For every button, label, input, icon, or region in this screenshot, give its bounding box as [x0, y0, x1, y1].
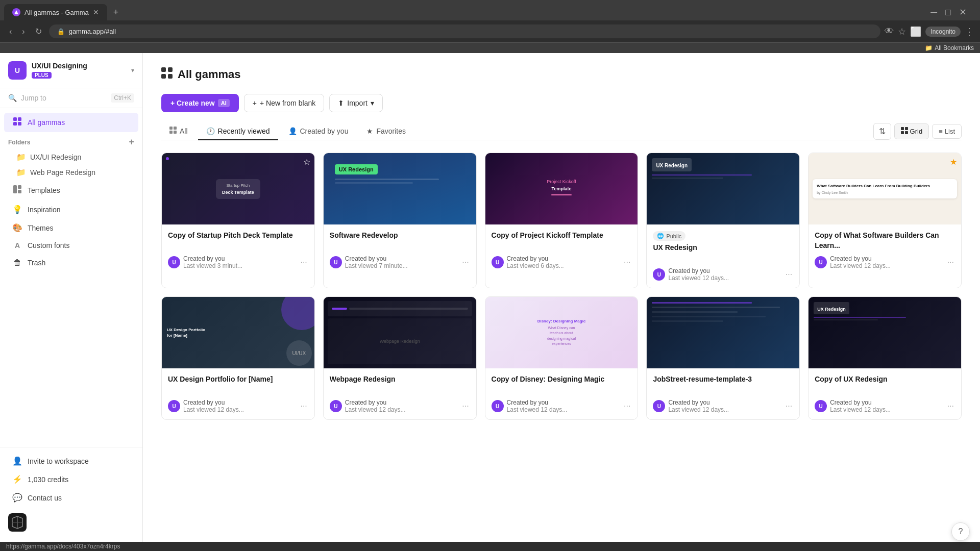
- card-meta-5: U Created by you Last viewed 12 days... …: [815, 255, 955, 269]
- card-software-builders[interactable]: What Software Builders Can Learn From Bu…: [808, 153, 962, 288]
- bookmark-icon[interactable]: ☆: [303, 157, 310, 167]
- create-new-button[interactable]: + Create new AI: [161, 94, 239, 112]
- card-avatar-6: U: [168, 400, 180, 412]
- card-info-2: Created by you Last viewed 7 minute...: [345, 255, 458, 269]
- star-icon[interactable]: ☆: [898, 26, 906, 37]
- list-view-button[interactable]: ≡ List: [932, 124, 962, 139]
- card-software-redevelop[interactable]: UX Redesign Software Redevelop U Created…: [323, 153, 477, 288]
- card-ux-portfolio[interactable]: UX Design Portfoliofor [Name] UI/UX UX D…: [161, 296, 315, 420]
- card-body-2: Software Redevelop U Created by you Last…: [324, 224, 476, 276]
- sidebar-item-invite[interactable]: 👤 Invite to workspace: [4, 452, 138, 470]
- card-more-button-5[interactable]: ···: [946, 257, 955, 268]
- sidebar-item-contact[interactable]: 💬 Contact us: [4, 489, 138, 507]
- filter-tab-recently-viewed[interactable]: 🕐 Recently viewed: [198, 123, 278, 140]
- sidebar-item-templates[interactable]: Templates: [4, 181, 138, 200]
- card-time-2: Last viewed 7 minute...: [345, 262, 458, 269]
- card-webpage-redesign[interactable]: Webpage Redesign Webpage Redesign U Crea…: [323, 296, 477, 420]
- card-disney[interactable]: Disney: Designing Magic What Disney cant…: [485, 296, 639, 420]
- add-folder-button[interactable]: +: [129, 137, 134, 147]
- active-tab[interactable]: All gammas - Gamma ✕: [4, 4, 107, 20]
- card-more-button-8[interactable]: ···: [623, 400, 631, 412]
- card-more-button-9[interactable]: ···: [785, 400, 793, 412]
- page-icon: [161, 67, 173, 82]
- workspace-header[interactable]: U UX/UI Designing PLUS ▾: [0, 53, 142, 88]
- browser-nav-bar: ‹ › ↻ 🔒 gamma.app/#all 👁 ☆ ⬜ Incognito ⋮: [0, 20, 980, 42]
- list-icon: ≡: [939, 128, 943, 135]
- credits-label: 1,030 credits: [28, 475, 68, 484]
- card-time-9: Last viewed 12 days...: [668, 406, 781, 413]
- card-meta-10: U Created by you Last viewed 12 days... …: [815, 399, 955, 413]
- card-more-button-2[interactable]: ···: [461, 257, 470, 268]
- workspace-plan-badge: PLUS: [32, 72, 52, 79]
- minimize-button[interactable]: ─: [927, 7, 940, 18]
- forward-button[interactable]: ›: [19, 25, 28, 38]
- card-info-8: Created by you Last viewed 12 days...: [507, 399, 620, 413]
- sidebar-item-credits[interactable]: ⚡ 1,030 credits: [4, 470, 138, 488]
- sort-button[interactable]: ⇅: [873, 123, 891, 140]
- grid-view-button[interactable]: Grid: [894, 123, 929, 139]
- sidebar: U UX/UI Designing PLUS ▾ 🔍 Jump to Ctrl+…: [0, 53, 143, 542]
- card-title: Copy of Startup Pitch Deck Template: [168, 231, 308, 251]
- help-button[interactable]: ?: [951, 522, 970, 541]
- workspace-info: UX/UI Designing PLUS: [32, 62, 126, 79]
- url-text: gamma.app/#all: [69, 28, 116, 35]
- close-button[interactable]: ✕: [956, 7, 970, 18]
- svg-rect-9: [161, 67, 166, 72]
- new-tab-button[interactable]: +: [109, 5, 123, 20]
- filter-tab-all[interactable]: All: [161, 122, 196, 140]
- sidebar-item-web-page-redesign[interactable]: 📁 Web Page Redesign: [0, 165, 142, 180]
- tab-favicon: [12, 8, 20, 16]
- cards-grid: Startup Pitch Deck Template ☆ Copy of St…: [161, 153, 962, 420]
- card-creator-9: Created by you: [668, 399, 781, 406]
- inspiration-label: Inspiration: [28, 206, 61, 214]
- card-time-10: Last viewed 12 days...: [830, 406, 943, 413]
- bookmark-icon-5[interactable]: ★: [950, 157, 957, 167]
- sidebar-item-inspiration[interactable]: 💡 Inspiration: [4, 201, 138, 218]
- card-more-button-6[interactable]: ···: [299, 400, 308, 412]
- import-button[interactable]: ⬆ Import ▾: [329, 94, 383, 112]
- card-title-10: Copy of UX Redesign: [815, 374, 955, 395]
- card-time-6: Last viewed 12 days...: [183, 406, 296, 413]
- inspiration-icon: 💡: [12, 205, 22, 214]
- card-meta-4: U Created by you Last viewed 12 days... …: [653, 267, 793, 282]
- sidebar-item-trash[interactable]: 🗑 Trash: [4, 254, 138, 271]
- sidebar-item-ux-ui-redesign[interactable]: 📁 UX/UI Redesign: [0, 149, 142, 165]
- maximize-button[interactable]: □: [942, 7, 954, 18]
- credits-icon: ⚡: [12, 474, 22, 484]
- trash-label: Trash: [28, 259, 45, 267]
- device-icon[interactable]: ⬜: [910, 26, 921, 37]
- eye-slash-icon[interactable]: 👁: [885, 26, 894, 37]
- new-from-blank-button[interactable]: + + New from blank: [244, 94, 325, 112]
- svg-rect-6: [18, 185, 21, 189]
- card-more-button-4[interactable]: ···: [785, 269, 793, 280]
- card-thumbnail-8: Disney: Designing Magic What Disney cant…: [485, 297, 638, 368]
- filter-tab-favorites[interactable]: ★ Favorites: [358, 123, 414, 140]
- card-creator-7: Created by you: [345, 399, 458, 406]
- card-time-8: Last viewed 12 days...: [507, 406, 620, 413]
- card-meta-9: U Created by you Last viewed 12 days... …: [653, 399, 793, 413]
- reload-button[interactable]: ↻: [32, 24, 45, 38]
- card-ux-redesign[interactable]: UX Redesign 🌐 Public UX Redesign U: [646, 153, 800, 288]
- sidebar-item-custom-fonts[interactable]: A Custom fonts: [4, 237, 138, 254]
- card-body-3: Copy of Project Kickoff Template U Creat…: [485, 224, 638, 276]
- card-more-button-3[interactable]: ···: [623, 257, 631, 268]
- card-meta-6: U Created by you Last viewed 12 days... …: [168, 399, 308, 413]
- menu-icon[interactable]: ⋮: [965, 26, 974, 37]
- card-more-button[interactable]: ···: [299, 257, 308, 268]
- tab-close-button[interactable]: ✕: [93, 8, 99, 16]
- card-project-kickoff[interactable]: Project Kickoff Template Copy of Project…: [485, 153, 639, 288]
- card-more-button-7[interactable]: ···: [461, 400, 470, 412]
- search-bar[interactable]: 🔍 Jump to Ctrl+K: [0, 88, 142, 108]
- card-copy-ux-redesign[interactable]: UX Redesign Copy of UX Redesign U Create…: [808, 296, 962, 420]
- card-startup-pitch[interactable]: Startup Pitch Deck Template ☆ Copy of St…: [161, 153, 315, 288]
- card-jobstreet[interactable]: JobStreet-resume-template-3 U Created by…: [646, 296, 800, 420]
- gamma-logo: [8, 513, 27, 532]
- filter-tab-created-by-you[interactable]: 👤 Created by you: [280, 123, 357, 140]
- sidebar-item-themes[interactable]: 🎨 Themes: [4, 219, 138, 237]
- sidebar-item-all-gammas[interactable]: All gammas: [4, 113, 138, 132]
- back-button[interactable]: ‹: [6, 25, 15, 38]
- workspace-name: UX/UI Designing: [32, 62, 126, 70]
- address-bar[interactable]: 🔒 gamma.app/#all: [49, 24, 881, 38]
- card-more-button-10[interactable]: ···: [946, 400, 955, 412]
- card-body-4: 🌐 Public UX Redesign U Created by you La…: [647, 224, 799, 288]
